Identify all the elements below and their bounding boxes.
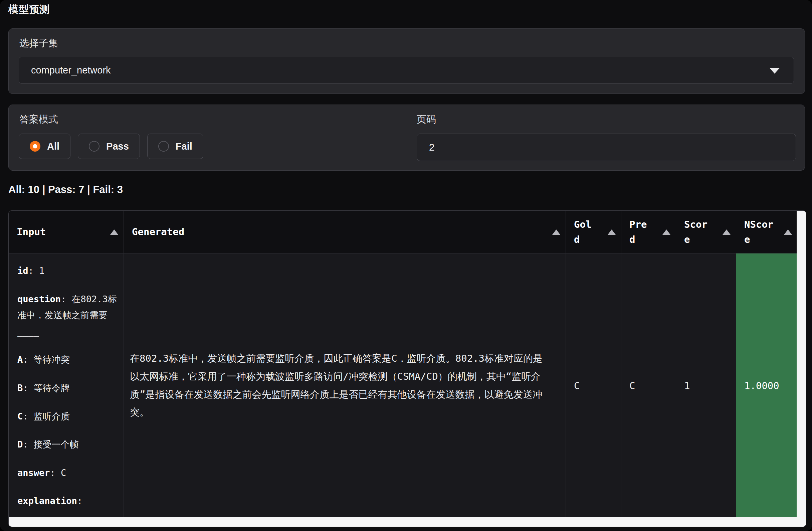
cell-nscore[interactable]: 1.0000 xyxy=(736,254,797,527)
cell-generated[interactable]: 在802.3标准中，发送帧之前需要监听介质，因此正确答案是C．监听介质。802.… xyxy=(124,254,566,527)
column-header-generated[interactable]: Generated xyxy=(124,211,566,253)
sort-asc-icon xyxy=(552,229,560,235)
page-title: 模型预测 xyxy=(8,3,50,16)
sort-asc-icon xyxy=(663,229,670,235)
cell-pred[interactable]: C xyxy=(621,254,676,527)
radio-option-fail[interactable]: Fail xyxy=(147,133,203,159)
radio-label-fail: Fail xyxy=(176,141,192,152)
cell-gold[interactable]: C xyxy=(566,254,621,527)
cell-score[interactable]: 1 xyxy=(676,254,736,527)
radio-unselected-icon xyxy=(158,141,169,152)
column-header-pred[interactable]: Pred xyxy=(621,211,676,253)
sort-asc-icon xyxy=(608,229,616,235)
vertical-scrollbar[interactable] xyxy=(797,211,806,527)
sort-asc-icon xyxy=(723,229,730,235)
radio-label-all: All xyxy=(47,141,59,152)
subset-dropdown[interactable]: computer_network xyxy=(19,57,794,84)
page-number-input[interactable] xyxy=(417,133,796,161)
chevron-down-icon xyxy=(770,68,780,74)
radio-option-pass[interactable]: Pass xyxy=(78,133,140,159)
results-summary: All: 10 | Pass: 7 | Fail: 3 xyxy=(8,184,123,196)
answer-mode-label: 答案模式 xyxy=(19,113,58,126)
table-header-row: Input Generated Gold Pred Score NScore xyxy=(9,211,806,254)
answer-mode-radio-group: All Pass Fail xyxy=(19,133,203,159)
cell-input[interactable]: id: 1 question: 在802.3标准中，发送帧之前需要____ A:… xyxy=(9,254,124,527)
column-header-gold[interactable]: Gold xyxy=(566,211,621,253)
radio-unselected-icon xyxy=(89,141,100,152)
subset-dropdown-value: computer_network xyxy=(31,65,111,76)
filter-panel: 答案模式 All Pass Fail 页码 xyxy=(8,104,805,171)
column-header-score[interactable]: Score xyxy=(676,211,736,253)
radio-selected-icon xyxy=(30,141,40,152)
subset-panel: 选择子集 computer_network xyxy=(8,28,805,94)
column-header-input[interactable]: Input xyxy=(9,211,124,253)
radio-label-pass: Pass xyxy=(106,141,129,152)
column-header-nscore[interactable]: NScore xyxy=(736,211,797,253)
table-row: id: 1 question: 在802.3标准中，发送帧之前需要____ A:… xyxy=(9,254,806,527)
predictions-table: Input Generated Gold Pred Score NScore xyxy=(8,211,806,527)
page-number-label: 页码 xyxy=(417,113,436,126)
sort-asc-icon xyxy=(784,229,792,235)
horizontal-scrollbar[interactable] xyxy=(9,517,806,527)
subset-label: 选择子集 xyxy=(19,37,58,50)
radio-option-all[interactable]: All xyxy=(19,133,70,159)
sort-asc-icon xyxy=(110,229,118,235)
app-root: 模型预测 选择子集 computer_network 答案模式 All Pass… xyxy=(0,0,812,531)
